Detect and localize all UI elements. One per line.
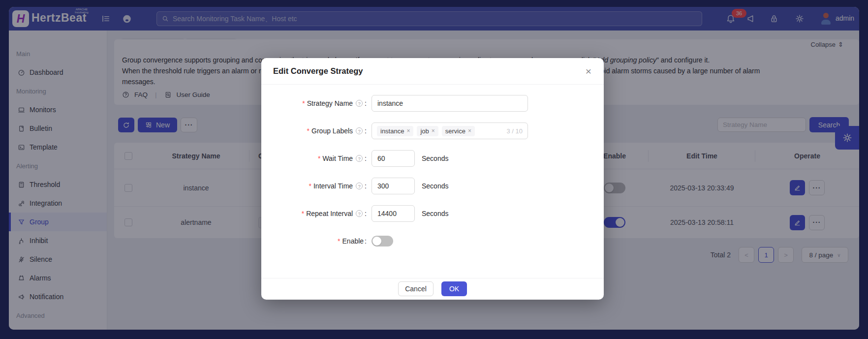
repeat-interval-unit: Seconds bbox=[422, 210, 448, 217]
app-window: H HertzBeat APACHEIncubating 36 bbox=[0, 0, 868, 339]
strategy-name-row: *Strategy Name?: bbox=[261, 95, 604, 112]
repeat-interval-row: *Repeat Interval?: Seconds bbox=[261, 205, 604, 222]
ok-button[interactable]: OK bbox=[441, 281, 467, 296]
enable-row: *Enable: bbox=[261, 233, 604, 249]
tag-counter: 3 / 10 bbox=[506, 127, 523, 135]
tag-remove-icon[interactable]: × bbox=[468, 127, 471, 134]
wait-time-unit: Seconds bbox=[422, 154, 448, 162]
help-icon[interactable]: ? bbox=[356, 183, 363, 189]
strategy-name-input[interactable] bbox=[372, 95, 528, 112]
help-icon[interactable]: ? bbox=[356, 127, 363, 134]
tag-remove-icon[interactable]: × bbox=[432, 127, 435, 134]
help-icon[interactable]: ? bbox=[356, 155, 363, 162]
label-tag: service× bbox=[442, 126, 475, 136]
interval-time-input[interactable] bbox=[372, 178, 415, 194]
repeat-interval-input[interactable] bbox=[372, 205, 415, 222]
modal-header: Edit Converge Strategy bbox=[261, 58, 604, 85]
modal-form: *Strategy Name?: *Group Labels?: instanc… bbox=[261, 85, 604, 249]
interval-time-row: *Interval Time?: Seconds bbox=[261, 178, 604, 194]
modal-title: Edit Converge Strategy bbox=[273, 66, 363, 76]
label-tag: instance× bbox=[377, 126, 413, 136]
interval-time-unit: Seconds bbox=[422, 182, 448, 190]
enable-toggle[interactable] bbox=[372, 236, 393, 247]
wait-time-input[interactable] bbox=[372, 150, 415, 167]
edit-converge-strategy-modal: Edit Converge Strategy × *Strategy Name?… bbox=[261, 58, 604, 300]
label-tag: job× bbox=[417, 126, 438, 136]
help-icon[interactable]: ? bbox=[356, 100, 363, 107]
group-labels-input[interactable]: instance× job× service× 3 / 10 bbox=[372, 123, 528, 139]
close-icon[interactable]: × bbox=[582, 65, 595, 78]
help-icon[interactable]: ? bbox=[356, 210, 363, 217]
tag-remove-icon[interactable]: × bbox=[406, 127, 410, 134]
wait-time-row: *Wait Time?: Seconds bbox=[261, 150, 604, 167]
group-labels-row: *Group Labels?: instance× job× service× … bbox=[261, 123, 604, 139]
cancel-button[interactable]: Cancel bbox=[398, 281, 434, 296]
modal-footer: Cancel OK bbox=[261, 278, 604, 300]
